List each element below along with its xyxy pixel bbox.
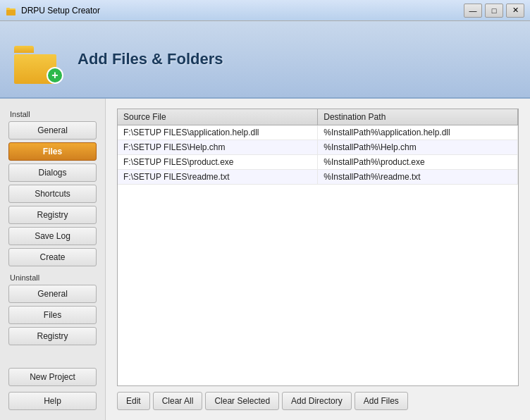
sidebar-item-files-install[interactable]: Files [8,142,97,161]
action-buttons: Edit Clear All Clear Selected Add Direct… [117,392,519,410]
main-content: Install General Files Dialogs Shortcuts … [0,99,530,420]
source-cell: F:\SETUP FILES\readme.txt [118,170,318,185]
header-area: + Add Files & Folders [0,21,530,99]
sidebar-item-save-log[interactable]: Save Log [8,227,97,245]
help-button[interactable]: Help [8,392,97,410]
sidebar-item-general-install[interactable]: General [8,121,97,140]
source-cell: F:\SETUP FILES\product.exe [118,155,318,170]
dest-cell: %InstallPath%\application.help.dll [318,125,518,140]
app-icon [6,5,17,16]
maximize-button[interactable]: □ [485,4,503,18]
svg-rect-1 [6,10,16,16]
content-area: Source File Destination Path F:\SETUP FI… [106,99,530,420]
file-table-container: Source File Destination Path F:\SETUP FI… [117,109,519,386]
sidebar: Install General Files Dialogs Shortcuts … [0,99,106,420]
sidebar-item-registry-uninstall[interactable]: Registry [8,327,97,345]
table-row[interactable]: F:\SETUP FILES\readme.txt %InstallPath%\… [118,170,518,185]
sidebar-item-create[interactable]: Create [8,248,97,266]
source-cell: F:\SETUP FILES\application.help.dll [118,125,318,140]
new-project-button[interactable]: New Project [8,368,97,386]
col-dest: Destination Path [318,109,518,125]
window-title: DRPU Setup Creator [21,6,100,16]
titlebar-controls: — □ ✕ [464,4,524,18]
sidebar-item-files-uninstall[interactable]: Files [8,306,97,324]
titlebar: DRPU Setup Creator — □ ✕ [0,0,530,21]
dest-cell: %InstallPath%\readme.txt [318,170,518,185]
add-directory-button[interactable]: Add Directory [282,392,352,410]
col-source: Source File [118,109,318,125]
install-label: Install [8,110,97,118]
edit-button[interactable]: Edit [117,392,150,410]
titlebar-left: DRPU Setup Creator [6,5,100,16]
table-row[interactable]: F:\SETUP FILES\product.exe %InstallPath%… [118,155,518,170]
table-row[interactable]: F:\SETUP FILES\application.help.dll %Ins… [118,125,518,140]
sidebar-item-dialogs[interactable]: Dialogs [8,163,97,182]
clear-all-button[interactable]: Clear All [153,392,203,410]
add-circle-icon: + [47,67,63,84]
sidebar-item-registry-install[interactable]: Registry [8,206,97,224]
minimize-button[interactable]: — [464,4,482,18]
source-cell: F:\SETUP FILES\Help.chm [118,140,318,155]
sidebar-item-general-uninstall[interactable]: General [8,285,97,303]
add-files-button[interactable]: Add Files [355,392,408,410]
file-table: Source File Destination Path F:\SETUP FI… [118,109,518,185]
clear-selected-button[interactable]: Clear Selected [205,392,279,410]
dest-cell: %InstallPath%\product.exe [318,155,518,170]
sidebar-item-shortcuts[interactable]: Shortcuts [8,185,97,203]
uninstall-label: Uninstall [8,273,97,282]
close-button[interactable]: ✕ [506,4,524,18]
svg-rect-2 [6,8,10,10]
header-title: Add Files & Folders [78,50,223,68]
header-icon: + [14,35,63,84]
dest-cell: %InstallPath%\Help.chm [318,140,518,155]
sidebar-bottom: New Project Help [8,368,97,413]
folder-tab [14,46,34,53]
table-row[interactable]: F:\SETUP FILES\Help.chm %InstallPath%\He… [118,140,518,155]
